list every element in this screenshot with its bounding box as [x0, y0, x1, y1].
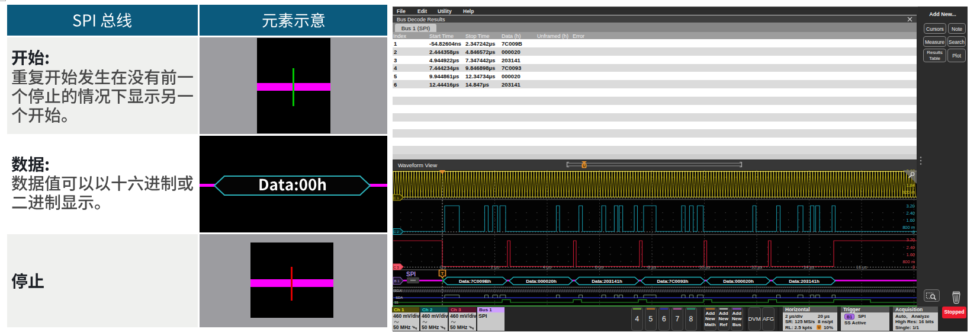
- svg-text:SS: SS: [394, 301, 399, 304]
- svg-text:C 3: C 3: [393, 266, 399, 269]
- svg-text:SDA: SDA: [396, 296, 403, 299]
- svg-text:Data:000020h: Data:000020h: [723, 279, 754, 284]
- svg-text:C 2: C 2: [393, 230, 399, 234]
- svg-text:0 s: 0 s: [440, 264, 446, 270]
- svg-text:800 m: 800 m: [902, 259, 915, 264]
- svg-text:Data:7C009Bh: Data:7C009Bh: [459, 279, 491, 284]
- svg-text:SPI: SPI: [406, 271, 416, 277]
- svg-text:2.40: 2.40: [906, 245, 915, 250]
- svg-text:0: 0: [912, 264, 915, 270]
- svg-text:6 µs: 6 µs: [595, 264, 604, 270]
- svg-text:1.60: 1.60: [906, 218, 915, 223]
- svg-text:Data:000020h: Data:000020h: [526, 279, 557, 284]
- svg-text:1.84: 1.84: [906, 183, 915, 188]
- svg-text:14 µs: 14 µs: [804, 264, 815, 270]
- svg-text:(SCLK: (SCLK: [393, 289, 402, 292]
- svg-text:Data:203141h: Data:203141h: [789, 279, 820, 284]
- svg-text:0: 0: [912, 229, 915, 235]
- svg-text:920 m: 920 m: [902, 190, 915, 195]
- svg-text:12 µs: 12 µs: [751, 264, 763, 270]
- svg-text:1.60: 1.60: [906, 252, 915, 257]
- svg-text:3.20: 3.20: [906, 203, 915, 209]
- svg-text:4 µs: 4 µs: [543, 264, 552, 270]
- svg-text:2 µs: 2 µs: [491, 264, 500, 270]
- svg-text:2.40: 2.40: [906, 210, 915, 216]
- svg-text:Data:7C0093h: Data:7C0093h: [657, 279, 689, 284]
- svg-text:Data:203141h: Data:203141h: [592, 279, 622, 284]
- svg-text:10 µs: 10 µs: [699, 264, 711, 270]
- svg-text:8 µs: 8 µs: [648, 264, 657, 270]
- svg-text:16 µs: 16 µs: [856, 264, 867, 270]
- svg-text:3.20: 3.20: [906, 237, 915, 243]
- svg-text:T: T: [441, 271, 444, 276]
- svg-text:B 1: B 1: [394, 279, 400, 283]
- svg-text:C 1: C 1: [393, 196, 399, 200]
